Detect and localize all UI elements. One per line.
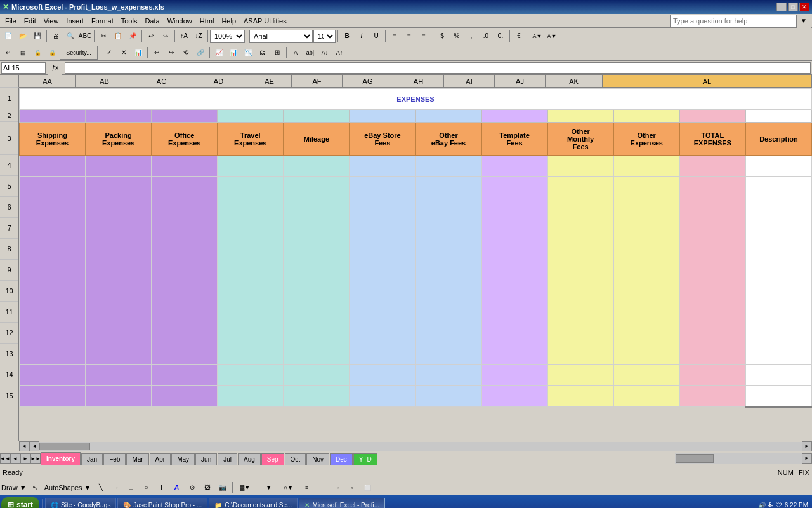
tab-ytd[interactable]: YTD <box>353 453 377 465</box>
formula-fn-button[interactable]: ƒx <box>48 61 62 75</box>
header-ebay-store[interactable]: eBay StoreFees <box>350 123 416 156</box>
header-other-ebay[interactable]: OthereBay Fees <box>416 123 481 156</box>
tab-scroll-next-btn[interactable]: ► <box>20 453 30 464</box>
cell-data[interactable] <box>284 260 350 281</box>
menu-edit[interactable]: Edit <box>20 16 40 26</box>
draw-3d-btn[interactable]: ⬜ <box>361 481 375 495</box>
cell-data[interactable] <box>416 386 481 407</box>
cell-data[interactable] <box>745 197 811 218</box>
cell-data[interactable] <box>745 344 811 365</box>
cell-data[interactable] <box>218 302 284 323</box>
menu-tools[interactable]: Tools <box>117 16 141 26</box>
cell-data[interactable] <box>350 197 416 218</box>
spellcheck-button[interactable]: ABC <box>78 29 92 43</box>
bold-button[interactable]: B <box>340 29 354 43</box>
fontsize-select[interactable]: 10 8 12 14 <box>313 30 336 43</box>
draw-textbox-btn[interactable]: T <box>155 481 169 495</box>
cell-data[interactable] <box>86 386 152 407</box>
cell-ak2[interactable] <box>679 110 745 123</box>
menu-format[interactable]: Format <box>88 16 117 26</box>
cell-data[interactable] <box>218 177 284 197</box>
tab-may[interactable]: May <box>171 453 195 465</box>
copy-button[interactable]: 📋 <box>111 29 125 43</box>
cell-data[interactable] <box>284 281 350 302</box>
draw-wordart-btn[interactable]: A <box>170 481 184 495</box>
cell-data[interactable] <box>547 323 613 344</box>
redo-button[interactable]: ↪ <box>159 29 173 43</box>
cell-data[interactable] <box>679 177 745 197</box>
v-scroll-thumb[interactable] <box>676 454 714 463</box>
cell-data[interactable] <box>547 386 613 407</box>
cell-data[interactable] <box>152 323 218 344</box>
cell-data[interactable] <box>745 177 811 197</box>
h-scroll-thumb[interactable] <box>39 443 90 450</box>
cell-data[interactable] <box>613 323 679 344</box>
print-button[interactable]: 🖨 <box>49 29 63 43</box>
cell-ae2[interactable] <box>284 110 350 123</box>
cell-data[interactable] <box>350 386 416 407</box>
cell-data[interactable] <box>86 323 152 344</box>
cell-data[interactable] <box>481 197 547 218</box>
cell-data[interactable] <box>20 365 86 386</box>
increase-decimal-button[interactable]: .0 <box>479 29 493 43</box>
cell-data[interactable] <box>481 365 547 386</box>
cell-data[interactable] <box>218 365 284 386</box>
tb2-text3[interactable]: A↓ <box>318 46 332 60</box>
cell-ag2[interactable] <box>416 110 481 123</box>
scroll-right2-btn[interactable]: ► <box>802 453 812 464</box>
help-search-input[interactable] <box>670 15 797 27</box>
cell-data[interactable] <box>547 177 613 197</box>
header-total[interactable]: TOTALEXPENSES <box>679 123 745 156</box>
tb2-b4[interactable]: 🔗 <box>193 46 207 60</box>
cell-data[interactable] <box>481 239 547 260</box>
tb2-text4[interactable]: A↑ <box>332 46 346 60</box>
cell-data[interactable] <box>416 156 481 177</box>
cell-data[interactable] <box>350 302 416 323</box>
cell-data[interactable] <box>679 197 745 218</box>
cell-data[interactable] <box>20 281 86 302</box>
h-scrollbar[interactable]: ◄ ◄ ► <box>0 441 812 451</box>
tb2-b1[interactable]: ↩ <box>150 46 164 60</box>
cell-data[interactable] <box>679 239 745 260</box>
cell-data[interactable] <box>416 323 481 344</box>
cell-data[interactable] <box>547 260 613 281</box>
cell-data[interactable] <box>547 156 613 177</box>
cell-data[interactable] <box>350 365 416 386</box>
cell-data[interactable] <box>416 365 481 386</box>
undo-button[interactable]: ↩ <box>144 29 158 43</box>
tb2-check[interactable]: ✓ <box>102 46 116 60</box>
cell-data[interactable] <box>284 365 350 386</box>
security-button[interactable]: Security... <box>60 46 98 60</box>
draw-oval-btn[interactable]: ○ <box>140 481 154 495</box>
new-button[interactable]: 📄 <box>1 29 15 43</box>
cell-data[interactable] <box>86 218 152 239</box>
tb2-chart1[interactable]: 📈 <box>212 46 226 60</box>
cell-data[interactable] <box>416 239 481 260</box>
cell-data[interactable] <box>20 239 86 260</box>
col-header-AA[interactable]: AA <box>19 75 76 88</box>
draw-diagram-btn[interactable]: ⊙ <box>185 481 199 495</box>
cell-data[interactable] <box>547 281 613 302</box>
col-header-AH[interactable]: AH <box>393 75 444 88</box>
cell-data[interactable] <box>284 156 350 177</box>
cell-data[interactable] <box>679 156 745 177</box>
col-header-AI[interactable]: AI <box>444 75 495 88</box>
draw-arrow-btn[interactable]: → <box>109 481 123 495</box>
menu-file[interactable]: File <box>1 16 20 26</box>
comma-button[interactable]: , <box>464 29 478 43</box>
header-other-monthly[interactable]: OtherMonthlyFees <box>547 123 613 156</box>
draw-dash-btn[interactable]: -- <box>315 481 329 495</box>
cell-data[interactable] <box>613 260 679 281</box>
col-header-AG[interactable]: AG <box>343 75 393 88</box>
cell-data[interactable] <box>547 344 613 365</box>
tb2-graph[interactable]: 📊 <box>131 46 145 60</box>
tab-nov[interactable]: Nov <box>306 453 329 465</box>
cell-data[interactable] <box>350 260 416 281</box>
cell-data[interactable] <box>86 156 152 177</box>
tab-scroll-prev-btn[interactable]: ◄ <box>10 453 20 464</box>
cell-data[interactable] <box>350 218 416 239</box>
tab-sep[interactable]: Sep <box>261 453 284 465</box>
cell-data[interactable] <box>547 365 613 386</box>
cell-data[interactable] <box>745 260 811 281</box>
cell-data[interactable] <box>679 386 745 407</box>
